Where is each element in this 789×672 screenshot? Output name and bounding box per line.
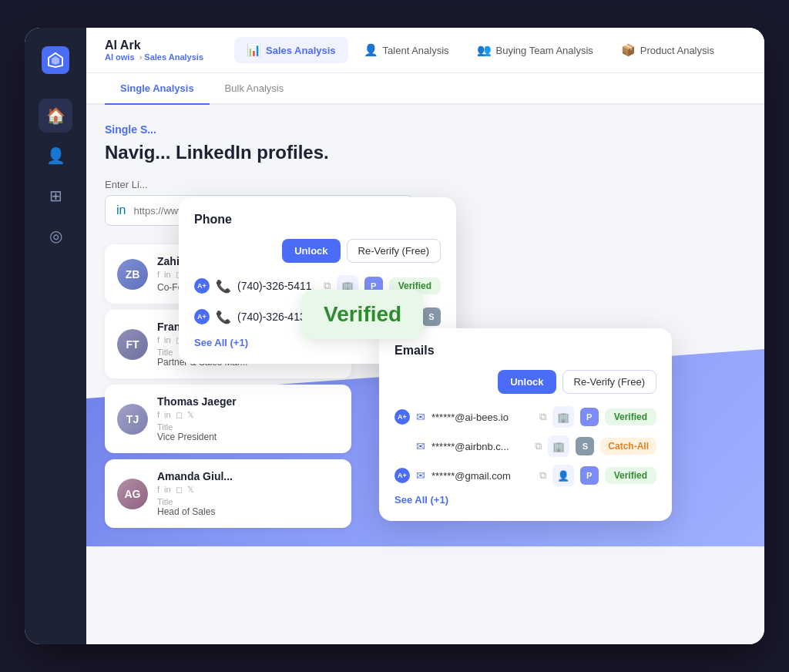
profile-info: Amanda Giul... f in ◻ 𝕏 Title Head of Sa… (157, 470, 339, 517)
type-badge-p: P (580, 408, 599, 426)
talent-icon: 👤 (364, 43, 378, 57)
instagram-icon[interactable]: ◻ (176, 485, 183, 495)
instagram-icon[interactable]: ◻ (176, 410, 183, 420)
social-icons: f in ◻ 𝕏 (157, 485, 339, 495)
twitter-icon[interactable]: 𝕏 (187, 410, 194, 420)
twitter-icon[interactable]: 𝕏 (187, 485, 194, 495)
sidebar-item-circle[interactable]: ◎ (39, 219, 72, 253)
subnav-bulk-label: Bulk Analysis (225, 82, 284, 94)
tab-product-analysis[interactable]: 📦 Product Analysis (609, 37, 727, 63)
phone-unlock-button[interactable]: Unlock (282, 239, 340, 263)
profile-role: Vice President (157, 432, 339, 442)
catch-all-badge: Catch-All (600, 438, 656, 455)
person-icon: 👤 (552, 465, 574, 486)
svg-marker-1 (52, 56, 59, 65)
breadcrumb-active: Sales Analysis (144, 52, 203, 62)
type-badge-s: S (576, 437, 594, 455)
facebook-icon[interactable]: f (157, 410, 159, 420)
sidebar-item-people[interactable]: 👤 (39, 139, 72, 173)
linkedin-icon[interactable]: in (164, 270, 171, 280)
social-icons: f in ◻ 𝕏 (157, 410, 339, 420)
app-frame: 🏠 👤 ⊞ ◎ AI Ark AI owis › Sales Analysis … (25, 28, 764, 644)
email-row: A+ ✉ ******@gmail.com ⧉ 👤 P Verified (394, 465, 656, 486)
tab-buying-team[interactable]: 👥 Buying Team Analysis (465, 37, 606, 63)
email-icon: ✉ (416, 440, 425, 452)
email-icon: ✉ (416, 411, 425, 423)
tab-talent-label: Talent Analysis (383, 45, 449, 56)
title-label: Title (157, 422, 339, 432)
section-label: Single S... (105, 123, 746, 136)
email-address: ******@gmail.com (431, 470, 533, 482)
facebook-icon[interactable]: f (157, 485, 159, 495)
profile-card: TJ Thomas Jaeger f in ◻ 𝕏 Title (105, 385, 351, 453)
hero-text: Navig... LinkedIn profiles. (105, 142, 746, 163)
avatar: AG (117, 479, 148, 509)
emails-popup: Emails Unlock Re-Verify (Free) A+ ✉ ****… (379, 328, 672, 521)
avatar: TJ (117, 404, 148, 435)
building-icon: 🏢 (552, 406, 574, 428)
ai-badge: A+ (194, 278, 210, 294)
sales-icon: 📊 (247, 43, 261, 57)
breadcrumb: AI owis › Sales Analysis (105, 52, 203, 62)
profile-info: Thomas Jaeger f in ◻ 𝕏 Title Vice Presid… (157, 395, 339, 442)
subnav-single-label: Single Analysis (120, 82, 194, 94)
linkedin-logo-icon: in (116, 203, 126, 217)
app-title: AI Ark (105, 39, 203, 52)
top-header: AI Ark AI owis › Sales Analysis 📊 Sales … (86, 28, 764, 73)
email-verified-badge: Verified (605, 467, 656, 484)
subnav-single-analysis[interactable]: Single Analysis (105, 73, 210, 105)
content-area: Single S... Navig... LinkedIn profiles. … (86, 105, 764, 546)
email-unlock-button[interactable]: Unlock (498, 370, 556, 394)
tab-sales-label: Sales Analysis (266, 45, 336, 56)
main-area: AI Ark AI owis › Sales Analysis 📊 Sales … (86, 28, 764, 644)
profile-name: Thomas Jaeger (157, 395, 339, 408)
profile-card: AG Amanda Giul... f in ◻ 𝕏 Title (105, 459, 351, 528)
ai-badge: A+ (194, 309, 210, 324)
profile-role: Head of Sales (157, 506, 339, 517)
email-row: A+ ✉ ******@ai-bees.io ⧉ 🏢 P Verified (394, 406, 656, 428)
email-address: ******@airbnb.c... (431, 441, 529, 452)
email-address: ******@ai-bees.io (431, 412, 533, 423)
app-title-area: AI Ark AI owis › Sales Analysis (105, 39, 203, 62)
phone-popup-title: Phone (194, 213, 441, 227)
email-reverify-button[interactable]: Re-Verify (Free) (562, 370, 656, 394)
building-icon: 🏢 (548, 435, 569, 457)
tab-buying-label: Buying Team Analysis (496, 45, 593, 56)
type-badge-s: S (422, 307, 441, 326)
phone-popup-actions: Unlock Re-Verify (Free) (194, 239, 441, 263)
tab-product-label: Product Analysis (640, 45, 714, 56)
copy-icon[interactable]: ⧉ (539, 469, 546, 482)
avatar: ZB (117, 259, 148, 290)
input-label: Enter Li... (105, 179, 746, 190)
linkedin-icon[interactable]: in (164, 335, 171, 345)
ai-badge: A+ (394, 409, 410, 425)
tab-talent-analysis[interactable]: 👤 Talent Analysis (351, 37, 462, 63)
email-see-all[interactable]: See All (+1) (394, 494, 656, 506)
emails-popup-actions: Unlock Re-Verify (Free) (394, 370, 656, 394)
email-icon: ✉ (416, 469, 425, 482)
sub-nav: Single Analysis Bulk Analysis (86, 73, 764, 105)
copy-icon[interactable]: ⧉ (539, 411, 546, 423)
logo-icon (42, 46, 69, 74)
tab-sales-analysis[interactable]: 📊 Sales Analysis (234, 37, 348, 63)
copy-icon[interactable]: ⧉ (535, 440, 542, 452)
linkedin-icon[interactable]: in (164, 485, 171, 495)
email-verified-badge: Verified (605, 408, 656, 425)
sidebar-item-home[interactable]: 🏠 (39, 99, 72, 133)
facebook-icon[interactable]: f (157, 335, 159, 345)
linkedin-icon[interactable]: in (164, 410, 171, 420)
email-row: ✉ ******@airbnb.c... ⧉ 🏢 S Catch-All (394, 435, 656, 457)
phone-icon: 📞 (216, 279, 231, 294)
team-icon: 👥 (477, 43, 492, 57)
profile-name: Amanda Giul... (157, 470, 339, 482)
phone-reverify-button[interactable]: Re-Verify (Free) (347, 239, 441, 263)
type-badge-p: P (580, 466, 599, 485)
subnav-bulk-analysis[interactable]: Bulk Analysis (210, 73, 300, 105)
facebook-icon[interactable]: f (157, 270, 159, 280)
sidebar-item-grid[interactable]: ⊞ (39, 179, 72, 213)
phone-number: (740)-326-5411 (237, 280, 317, 292)
breadcrumb-prefix: AI owis (105, 52, 135, 62)
product-icon: 📦 (621, 43, 636, 57)
title-label: Title (157, 497, 339, 506)
ai-badge: A+ (394, 468, 410, 483)
